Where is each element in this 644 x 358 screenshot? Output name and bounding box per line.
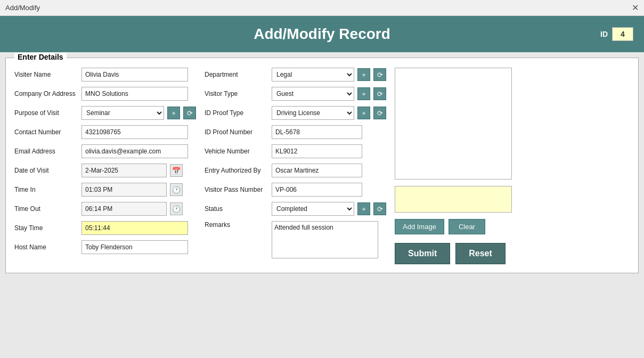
time-in-label: Time In — [14, 186, 78, 193]
dept-add-btn[interactable]: + — [357, 68, 370, 81]
visitor-name-input[interactable] — [81, 68, 188, 82]
visitor-type-row: Visitor Type Guest Contractor Employee +… — [205, 87, 386, 101]
id-proof-number-label: ID Proof Number — [205, 128, 268, 136]
calendar-btn[interactable]: 📅 — [170, 164, 183, 177]
vehicle-label: Vehicle Number — [205, 148, 268, 155]
company-row: Company Or Address — [14, 87, 196, 101]
entry-auth-label: Entry Authorized By — [205, 167, 268, 174]
date-input[interactable] — [81, 164, 167, 177]
photo-area — [395, 68, 512, 180]
email-row: Email Address — [14, 144, 196, 158]
host-label: Host Name — [14, 243, 78, 251]
status-select[interactable]: Completed Pending Cancelled — [272, 202, 354, 216]
stay-row: Stay Time — [14, 221, 196, 235]
form-content: Enter Details Visiter Name Company Or Ad… — [5, 58, 639, 273]
time-in-input[interactable] — [81, 183, 167, 197]
id-proof-number-row: ID Proof Number — [205, 125, 386, 139]
time-out-row: Time Out 🕐 — [14, 202, 196, 216]
time-in-row: Time In 🕐 — [14, 183, 196, 197]
right-column: Add Image Clear Submit Reset — [395, 68, 512, 264]
time-out-input[interactable] — [81, 202, 167, 216]
reset-button[interactable]: Reset — [455, 243, 506, 264]
host-row: Host Name — [14, 240, 196, 254]
status-refresh-btn[interactable]: ⟳ — [373, 202, 386, 215]
status-row: Status Completed Pending Cancelled + ⟳ — [205, 202, 386, 216]
department-select[interactable]: Legal HR Finance IT — [272, 68, 354, 82]
clear-button[interactable]: Clear — [449, 219, 485, 234]
status-add-btn[interactable]: + — [357, 202, 370, 215]
contact-row: Contact Number — [14, 125, 196, 139]
contact-input[interactable] — [81, 125, 188, 139]
entry-auth-row: Entry Authorized By — [205, 164, 386, 177]
idtype-refresh-btn[interactable]: ⟳ — [373, 107, 386, 119]
vtype-refresh-btn[interactable]: ⟳ — [373, 87, 386, 100]
time-out-label: Time Out — [14, 205, 78, 213]
close-button[interactable]: ✕ — [632, 3, 639, 13]
pass-row: Visitor Pass Number — [205, 183, 386, 197]
header: Add/Modify Record ID 4 — [0, 16, 644, 52]
time-out-clock-btn[interactable]: 🕐 — [170, 202, 183, 215]
id-proof-type-select[interactable]: Driving License Passport Aadhaar — [272, 106, 354, 120]
department-row: Department Legal HR Finance IT + ⟳ — [205, 68, 386, 82]
purpose-select[interactable]: Seminar Meeting Interview — [81, 106, 164, 120]
title-bar: Add/Modify ✕ — [0, 0, 644, 16]
visitor-name-row: Visiter Name — [14, 68, 196, 82]
submit-button[interactable]: Submit — [395, 243, 450, 264]
form-action-buttons: Submit Reset — [395, 243, 506, 264]
id-proof-type-label: ID Proof Type — [205, 109, 268, 117]
id-label: ID — [600, 30, 608, 38]
email-input[interactable] — [81, 144, 188, 158]
department-label: Department — [205, 71, 268, 78]
add-image-button[interactable]: Add Image — [395, 219, 444, 234]
idtype-add-btn[interactable]: + — [357, 107, 370, 119]
stay-input[interactable] — [81, 221, 188, 235]
id-area: ID 4 — [600, 27, 633, 41]
status-label: Status — [205, 205, 268, 213]
vtype-add-btn[interactable]: + — [357, 87, 370, 100]
remarks-row: Remarks Attended full session — [205, 221, 386, 258]
pass-label: Visitor Pass Number — [205, 186, 268, 193]
dept-refresh-btn[interactable]: ⟳ — [373, 68, 386, 81]
visitor-type-select[interactable]: Guest Contractor Employee — [272, 87, 354, 101]
middle-column: Department Legal HR Finance IT + ⟳ Visit… — [205, 68, 386, 264]
contact-label: Contact Number — [14, 128, 78, 136]
image-placeholder — [395, 186, 512, 213]
pass-input[interactable] — [272, 183, 362, 197]
image-action-row: Add Image Clear — [395, 219, 485, 234]
company-input[interactable] — [81, 87, 188, 101]
visitor-name-label: Visiter Name — [14, 71, 78, 78]
page-title: Add/Modify Record — [0, 26, 644, 43]
email-label: Email Address — [14, 148, 78, 155]
purpose-label: Purpose of Visit — [14, 109, 78, 117]
vehicle-input[interactable] — [272, 144, 362, 158]
window-title: Add/Modify — [5, 4, 40, 12]
date-row: Date of Visit 📅 — [14, 164, 196, 177]
host-input[interactable] — [81, 240, 188, 254]
purpose-add-btn[interactable]: + — [167, 107, 180, 119]
entry-auth-input[interactable] — [272, 164, 362, 177]
section-label: Enter Details — [14, 53, 67, 61]
remarks-label: Remarks — [205, 221, 268, 229]
id-proof-type-row: ID Proof Type Driving License Passport A… — [205, 106, 386, 120]
remarks-textarea[interactable]: Attended full session — [272, 221, 378, 258]
id-value: 4 — [612, 27, 633, 41]
purpose-refresh-btn[interactable]: ⟳ — [183, 107, 196, 119]
purpose-row: Purpose of Visit Seminar Meeting Intervi… — [14, 106, 196, 120]
date-label: Date of Visit — [14, 167, 78, 174]
left-column: Visiter Name Company Or Address Purpose … — [14, 68, 196, 264]
id-proof-number-input[interactable] — [272, 125, 362, 139]
time-in-clock-btn[interactable]: 🕐 — [170, 183, 183, 196]
company-label: Company Or Address — [14, 90, 78, 97]
visitor-type-label: Visitor Type — [205, 90, 268, 97]
vehicle-row: Vehicle Number — [205, 144, 386, 158]
stay-label: Stay Time — [14, 224, 78, 232]
